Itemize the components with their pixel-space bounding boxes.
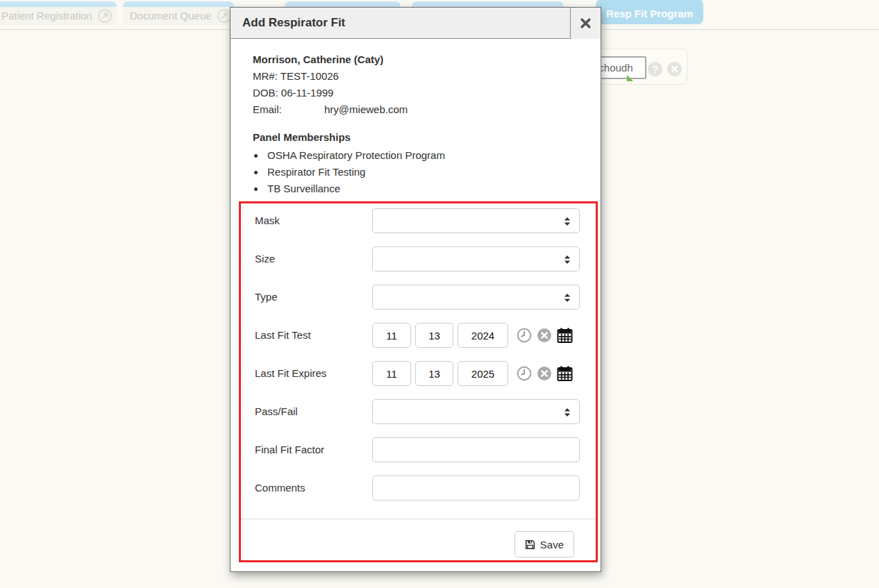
clear-search-icon[interactable]	[667, 62, 682, 76]
comments-row: Comments	[255, 476, 580, 501]
tab-document-queue[interactable]: Document Queue	[123, 1, 234, 25]
panel-memberships: Panel Memberships OSHA Respiratory Prote…	[253, 129, 578, 197]
year-input[interactable]	[458, 323, 508, 348]
tab-label: Resp Fit Program	[606, 5, 693, 19]
save-icon	[525, 539, 535, 550]
final-fit-factor-input[interactable]	[372, 437, 580, 462]
calendar-icon[interactable]	[557, 366, 573, 381]
select-arrows-icon	[564, 255, 571, 264]
list-item: OSHA Respiratory Protection Program	[265, 147, 578, 164]
year-input[interactable]	[458, 361, 508, 386]
last-fit-test-label: Last Fit Test	[255, 323, 372, 348]
panel-memberships-list: OSHA Respiratory Protection Program Resp…	[253, 147, 578, 197]
list-item: Respirator Fit Testing	[265, 164, 578, 180]
autocomplete-indicator	[627, 75, 633, 81]
last-fit-expires-row: Last Fit Expires	[255, 361, 580, 386]
time-icon[interactable]	[517, 366, 532, 381]
tab-patient-registration[interactable]: Patient Registration	[0, 1, 117, 25]
popout-icon[interactable]	[217, 9, 231, 23]
help-icon[interactable]: ?	[648, 62, 662, 76]
size-label: Size	[255, 246, 372, 271]
mask-row: Mask	[255, 208, 580, 233]
popout-icon[interactable]	[98, 9, 112, 23]
comments-label: Comments	[255, 476, 372, 501]
calendar-icon[interactable]	[557, 328, 573, 343]
list-item: TB Surveillance	[265, 180, 578, 197]
add-respirator-fit-dialog: Add Respirator Fit Morrison, Catherine (…	[230, 7, 601, 572]
comments-input[interactable]	[372, 476, 580, 501]
arrow-up-right-icon	[221, 12, 228, 19]
pass-fail-row: Pass/Fail	[255, 399, 580, 424]
tab-label: Document Queue	[130, 5, 212, 22]
day-input[interactable]	[415, 323, 453, 348]
patient-dob: DOB: 06-11-1999	[253, 85, 578, 101]
clear-date-icon[interactable]	[537, 328, 552, 343]
mask-select[interactable]	[372, 208, 580, 233]
close-button[interactable]	[570, 8, 601, 39]
final-fit-factor-row: Final Fit Factor	[255, 437, 580, 462]
mask-label: Mask	[255, 208, 372, 233]
panel-memberships-heading: Panel Memberships	[253, 129, 578, 146]
pass-fail-label: Pass/Fail	[255, 399, 372, 424]
final-fit-factor-label: Final Fit Factor	[255, 437, 372, 462]
select-arrows-icon	[564, 217, 571, 226]
highlight-annotation: Mask Size	[239, 201, 598, 562]
x-icon	[671, 65, 678, 73]
email-label: Email:	[253, 101, 324, 118]
day-input[interactable]	[415, 361, 453, 386]
close-icon	[580, 17, 592, 29]
patient-info: Morrison, Catherine (Caty) MR#: TEST-100…	[253, 51, 578, 118]
time-icon[interactable]	[517, 328, 532, 343]
size-row: Size	[255, 246, 580, 271]
pass-fail-select[interactable]	[372, 399, 580, 424]
dialog-footer: Save	[255, 519, 580, 557]
type-label: Type	[255, 285, 372, 310]
tab-resp-fit-program[interactable]: Resp Fit Program	[596, 0, 703, 24]
patient-name: Morrison, Catherine (Caty)	[253, 51, 578, 68]
patient-email: hry@mieweb.com	[324, 103, 408, 115]
month-input[interactable]	[372, 323, 411, 348]
select-arrows-icon	[564, 294, 571, 302]
dialog-body: Morrison, Catherine (Caty) MR#: TEST-100…	[231, 51, 601, 562]
arrow-up-right-icon	[101, 12, 108, 19]
patient-mr: MR#: TEST-10026	[253, 68, 578, 85]
tab-label: Patient Registration	[1, 5, 92, 22]
save-button-label: Save	[540, 539, 564, 551]
month-input[interactable]	[372, 361, 411, 386]
dialog-title: Add Respirator Fit	[231, 16, 570, 30]
dialog-header: Add Respirator Fit	[231, 8, 601, 39]
last-fit-test-row: Last Fit Test	[255, 323, 580, 348]
size-select[interactable]	[372, 246, 580, 271]
type-row: Type	[255, 285, 580, 310]
clear-date-icon[interactable]	[537, 366, 552, 381]
patient-email-row: Email:hry@mieweb.com	[253, 101, 578, 118]
select-arrows-icon	[564, 408, 571, 417]
last-fit-expires-label: Last Fit Expires	[255, 361, 372, 386]
save-button[interactable]: Save	[514, 531, 574, 557]
type-select[interactable]	[372, 285, 580, 310]
